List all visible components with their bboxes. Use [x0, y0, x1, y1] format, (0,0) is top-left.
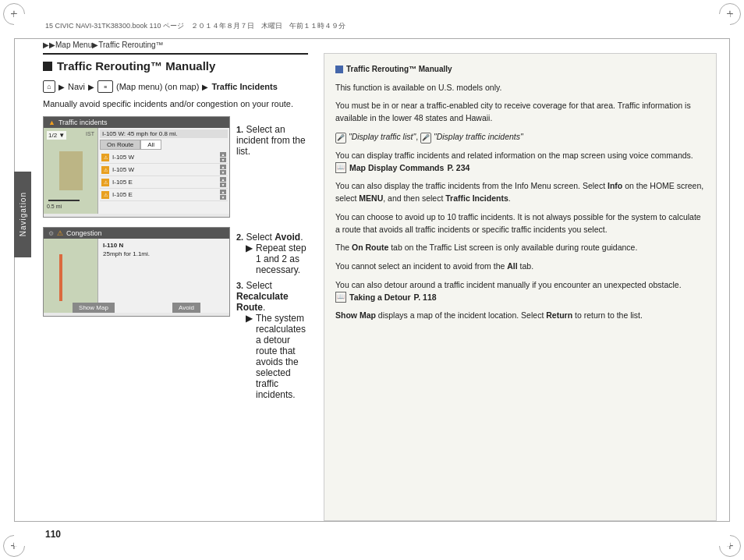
- screen2-title: Congestion: [66, 229, 102, 237]
- book-icon: 📖: [335, 162, 346, 173]
- left-column: Traffic Rerouting™ Manually ⌂ ▶ Navi ▶ ≡…: [43, 53, 324, 521]
- navi-label: Navi: [68, 82, 85, 91]
- incident-name-3: I-105 E: [112, 179, 133, 186]
- screen2-body: I-110 N 25mph for 1.1mi.: [44, 239, 229, 313]
- tab-on-route[interactable]: On Route: [100, 140, 140, 150]
- incident-icon-2: ⚠: [101, 166, 109, 174]
- right-panel-p4: You can also display the traffic inciden…: [335, 180, 705, 205]
- arrow-down-4: ▼: [220, 195, 226, 200]
- map-display: 1/2 ▼ 0.5 mi IST: [44, 128, 98, 214]
- show-map-button[interactable]: Show Map: [73, 303, 115, 313]
- incident-list: I-105 W: 45 mph for 0.8 mi. On Route All…: [98, 128, 229, 214]
- incident-name-1: I-105 W: [112, 154, 134, 161]
- show-map-label: Show Map: [335, 310, 376, 320]
- incident-row-1: ⚠ I-105 W ▲ ▼: [100, 151, 228, 164]
- right-panel-p2: You must be in or near a traffic-enabled…: [335, 100, 705, 125]
- step-2-bold: Avoid: [275, 232, 300, 243]
- map-display-commands-link: 📖 Map Display Commands P. 234: [335, 162, 705, 175]
- screenshot-1: ▲ Traffic incidents 1/2 ▼ 0.5 mi IST: [43, 116, 230, 218]
- side-tab-label: Navigation: [19, 192, 27, 236]
- taking-detour-label: Taking a Detour: [349, 292, 411, 304]
- map-scale-bar: [48, 200, 80, 201]
- blue-square-icon: [335, 66, 343, 73]
- avoid-button[interactable]: Avoid: [172, 303, 200, 313]
- congestion-detail: 25mph for 1.1mi.: [103, 250, 225, 257]
- mic-icon-1: 🎤: [335, 133, 346, 144]
- congestion-road-graphic: [59, 254, 62, 301]
- step-2: 2. Select Avoid. ▶ Repeat step 1 and 2 a…: [236, 232, 308, 275]
- menu-label: MENU: [359, 193, 383, 203]
- arrow-down-2: ▼: [220, 170, 226, 175]
- right-panel-title: Traffic Rerouting™ Manually: [335, 63, 705, 76]
- map-cmd-label: Map Display Commands: [349, 162, 444, 175]
- step-1-text: Select an incident from the list.: [236, 124, 306, 157]
- taking-detour-link: 📖 Taking a Detour P. 118: [335, 292, 705, 304]
- map-compass: IST: [86, 131, 94, 136]
- incident-tabs: On Route All: [100, 140, 228, 150]
- step-3-arrow: ▶: [246, 313, 253, 400]
- step-3: 3. Select Recalculate Route. ▶ The syste…: [236, 280, 308, 400]
- incident-row-4: ⚠ I-105 E ▲ ▼: [100, 189, 228, 201]
- screen1-title: Traffic incidents: [58, 119, 108, 126]
- right-panel-p8: You can also detour around a traffic inc…: [335, 279, 705, 304]
- home-navigation-line: ⌂ ▶ Navi ▶ ≡ (Map menu) (on map) ▶ Traff…: [43, 80, 308, 93]
- congestion-info: I-110 N 25mph for 1.1mi.: [98, 239, 229, 313]
- traffic-incidents-label-right: Traffic Incidents: [445, 193, 508, 203]
- page-number: 110: [45, 529, 61, 540]
- section-description: Manually avoid specific incidents and/or…: [43, 99, 308, 108]
- right-panel-p5: You can choose to avoid up to 10 traffic…: [335, 211, 705, 236]
- right-panel-voice-cmds: 🎤 "Display traffic list", 🎤 "Display tra…: [335, 131, 705, 144]
- right-panel-p3: You can display traffic incidents and re…: [335, 150, 705, 175]
- step-1-num: 1.: [236, 125, 243, 134]
- page-footer: 110: [14, 521, 730, 546]
- incident-arrows-3: ▲ ▼: [220, 177, 226, 187]
- tab-all[interactable]: All: [140, 140, 161, 150]
- side-tab: Navigation: [14, 172, 31, 257]
- map-scale-label: 0.5 mi: [47, 204, 62, 209]
- arrow-up-2: ▲: [220, 165, 226, 169]
- header-text: 15 CIVIC NAVI-31TK38300.book 110 ページ ２０１…: [45, 21, 345, 31]
- map-cmd-page: P. 234: [447, 162, 469, 175]
- incident-arrows-1: ▲ ▼: [220, 152, 226, 162]
- on-map-label: (Map menu) (on map): [116, 82, 199, 91]
- right-panel: Traffic Rerouting™ Manually This functio…: [324, 53, 717, 521]
- map-ratio: 1/2 ▼: [47, 131, 66, 140]
- screenshot-1-container: ▲ Traffic incidents 1/2 ▼ 0.5 mi IST: [43, 116, 230, 222]
- section-heading: Traffic Rerouting™ Manually: [43, 53, 308, 73]
- step-3-num: 3.: [236, 281, 243, 290]
- screenshot-2: ⚙ ⚠ Congestion I-110 N 25mph for 1.1mi.: [43, 227, 230, 317]
- step-1: 1. Select an incident from the list.: [236, 116, 308, 157]
- screen1-header: ▲ Traffic incidents: [44, 117, 229, 128]
- incident-icon-4: ⚠: [101, 191, 109, 199]
- map-menu-icon: ≡: [97, 80, 113, 93]
- screen1-map: 1/2 ▼ 0.5 mi IST I-105 W: 45 mph for 0.8…: [44, 128, 229, 214]
- incident-info-bar: I-105 W: 45 mph for 0.8 mi.: [100, 129, 228, 138]
- section-title: Traffic Rerouting™ Manually: [57, 59, 215, 73]
- step-2-sub: ▶ Repeat step 1 and 2 as necessary.: [236, 243, 308, 275]
- on-route-label: On Route: [352, 243, 388, 252]
- step-2-text: Select: [246, 232, 272, 243]
- step-3-text: Select: [246, 280, 272, 291]
- voice-cmd-1: "Display traffic list": [349, 132, 416, 141]
- right-panel-p9: Show Map displays a map of the incident …: [335, 310, 705, 322]
- incident-icon-1: ⚠: [101, 154, 109, 161]
- map-road-graphic: [59, 151, 83, 190]
- incident-row-2: ⚠ I-105 W ▲ ▼: [100, 164, 228, 176]
- incident-arrows-2: ▲ ▼: [220, 165, 226, 175]
- step-3-detail: The system recalculates a detour route t…: [256, 313, 308, 400]
- arrow-up-4: ▲: [220, 190, 226, 194]
- screenshot-2-container: ⚙ ⚠ Congestion I-110 N 25mph for 1.1mi.: [43, 227, 230, 321]
- right-panel-p7: You cannot select an incident to avoid f…: [335, 261, 705, 273]
- step-2-arrow: ▶: [246, 243, 253, 275]
- step-2-sub-text: Repeat step 1 and 2 as necessary.: [256, 243, 308, 275]
- congestion-road-name: I-110 N: [103, 242, 225, 249]
- main-content: Traffic Rerouting™ Manually ⌂ ▶ Navi ▶ ≡…: [43, 53, 717, 521]
- mic-icon-2: 🎤: [420, 133, 431, 144]
- arrow-up-3: ▲: [220, 177, 226, 182]
- arrow-up-1: ▲: [220, 152, 226, 157]
- arrow-down-3: ▼: [220, 183, 226, 187]
- voice-cmd-2: "Display traffic incidents": [434, 132, 523, 141]
- right-panel-title-text: Traffic Rerouting™ Manually: [346, 63, 452, 76]
- arrow-down-1: ▼: [220, 158, 226, 162]
- incident-icon-3: ⚠: [101, 179, 109, 186]
